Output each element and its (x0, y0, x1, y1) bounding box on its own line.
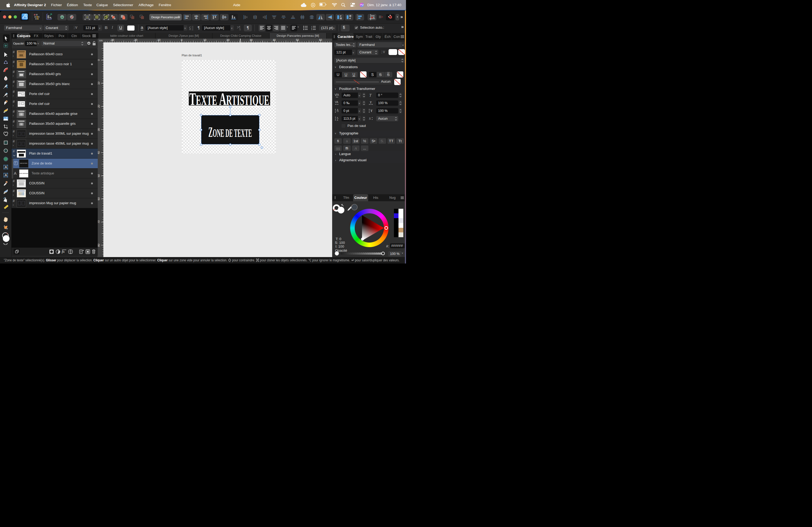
svg-text:A: A (337, 93, 339, 96)
svg-text:fx: fx (62, 250, 65, 254)
svg-text:T: T (370, 101, 372, 104)
svg-text:A: A (337, 119, 338, 121)
svg-text:V: V (383, 50, 385, 54)
svg-text:VA: VA (335, 101, 338, 104)
svg-text:A: A (337, 109, 338, 111)
svg-text:A: A (337, 117, 338, 119)
svg-text:T: T (369, 93, 372, 97)
svg-text:T: T (370, 109, 373, 113)
svg-text:S: S (369, 117, 371, 120)
